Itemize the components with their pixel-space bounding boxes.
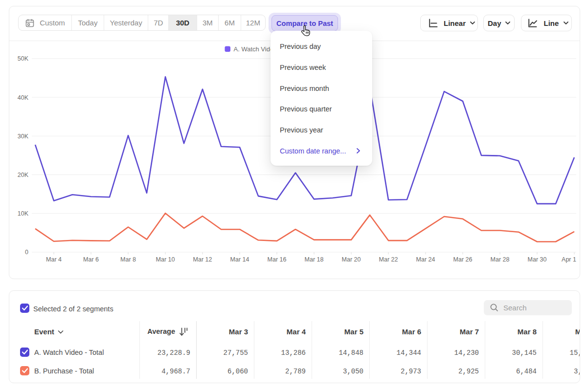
svg-text:40K: 40K [18,94,29,101]
svg-text:Apr 1: Apr 1 [562,256,576,263]
svg-text:Mar 28: Mar 28 [491,256,510,263]
svg-text:30K: 30K [18,133,29,140]
svg-text:Mar 22: Mar 22 [379,256,398,263]
svg-text:Mar 16: Mar 16 [268,256,287,263]
svg-text:Mar 4: Mar 4 [46,256,62,263]
svg-text:Mar 20: Mar 20 [342,256,361,263]
svg-text:Mar 30: Mar 30 [528,256,547,263]
svg-text:Mar 12: Mar 12 [193,256,212,263]
svg-text:Mar 26: Mar 26 [453,256,473,263]
svg-text:0: 0 [25,249,28,256]
svg-text:10K: 10K [18,210,29,217]
svg-text:50K: 50K [18,55,29,62]
svg-text:Mar 24: Mar 24 [416,256,435,263]
svg-text:Mar 14: Mar 14 [230,256,249,263]
svg-text:Mar 18: Mar 18 [305,256,324,263]
svg-text:Mar 8: Mar 8 [120,256,136,263]
svg-text:Mar 6: Mar 6 [83,256,99,263]
svg-text:Mar 10: Mar 10 [156,256,175,263]
svg-text:20K: 20K [18,172,29,178]
